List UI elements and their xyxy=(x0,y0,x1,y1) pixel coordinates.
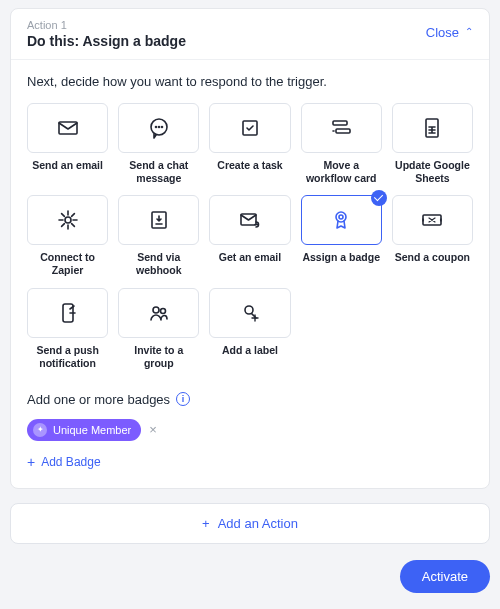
svg-point-16 xyxy=(153,307,159,313)
tile-get-email[interactable]: Get an email xyxy=(209,195,290,277)
add-label-icon xyxy=(209,288,290,338)
card-header: Action 1 Do this: Assign a badge Close ⌃ xyxy=(11,9,489,60)
add-badge-label: Add Badge xyxy=(41,455,100,469)
tile-label: Create a task xyxy=(209,159,290,183)
tile-label: Send a coupon xyxy=(392,251,473,275)
send-webhook-icon xyxy=(118,195,199,245)
tile-label: Send via webhook xyxy=(118,251,199,277)
card-body: Next, decide how you want to respond to … xyxy=(11,60,489,488)
send-chat-icon xyxy=(118,103,199,153)
plus-icon: + xyxy=(27,455,35,469)
svg-point-13 xyxy=(339,215,343,219)
action-title: Do this: Assign a badge xyxy=(27,33,186,49)
add-action-button[interactable]: + Add an Action xyxy=(10,503,490,544)
check-icon xyxy=(371,190,387,206)
action-number: Action 1 xyxy=(27,19,186,31)
close-label: Close xyxy=(426,25,459,40)
close-button[interactable]: Close ⌃ xyxy=(426,19,473,40)
send-email-icon xyxy=(27,103,108,153)
svg-rect-7 xyxy=(336,129,350,133)
tile-send-webhook[interactable]: Send via webhook xyxy=(118,195,199,277)
add-badge-button[interactable]: + Add Badge xyxy=(27,455,101,469)
tile-label: Assign a badge xyxy=(301,251,382,275)
tile-label: Connect to Zapier xyxy=(27,251,108,277)
remove-badge-button[interactable]: × xyxy=(149,423,157,436)
tile-update-sheets[interactable]: Update Google Sheets xyxy=(392,103,473,185)
svg-rect-0 xyxy=(59,122,77,134)
tile-label: Move a workflow card xyxy=(301,159,382,185)
svg-point-2 xyxy=(155,127,156,128)
svg-point-3 xyxy=(158,127,159,128)
tile-create-task[interactable]: Create a task xyxy=(209,103,290,185)
svg-point-17 xyxy=(160,308,165,313)
header-left: Action 1 Do this: Assign a badge xyxy=(27,19,186,49)
send-push-icon xyxy=(27,288,108,338)
svg-point-9 xyxy=(65,217,71,223)
tile-label: Update Google Sheets xyxy=(392,159,473,185)
svg-rect-6 xyxy=(333,121,347,125)
create-task-icon xyxy=(209,103,290,153)
plus-icon: + xyxy=(202,516,210,531)
tile-move-card[interactable]: Move a workflow card xyxy=(301,103,382,185)
tile-send-email[interactable]: Send an email xyxy=(27,103,108,185)
footer: Activate xyxy=(10,560,490,593)
tile-send-coupon[interactable]: Send a coupon xyxy=(392,195,473,277)
badge-pill[interactable]: ✦ Unique Member xyxy=(27,419,141,441)
assign-badge-icon xyxy=(301,195,382,245)
svg-point-4 xyxy=(161,127,162,128)
tile-invite-group[interactable]: Invite to a group xyxy=(118,288,199,370)
badge-row: ✦ Unique Member × xyxy=(27,419,473,441)
activate-button[interactable]: Activate xyxy=(400,560,490,593)
send-coupon-icon xyxy=(392,195,473,245)
chevron-up-icon: ⌃ xyxy=(465,26,473,37)
tile-connect-zapier[interactable]: Connect to Zapier xyxy=(27,195,108,277)
tile-label: Invite to a group xyxy=(118,344,199,370)
get-email-icon xyxy=(209,195,290,245)
badges-section-label: Add one or more badges i xyxy=(27,392,473,407)
action-card: Action 1 Do this: Assign a badge Close ⌃… xyxy=(10,8,490,489)
tile-label: Get an email xyxy=(209,251,290,275)
tile-label: Send a chat message xyxy=(118,159,199,185)
tile-add-label[interactable]: Add a label xyxy=(209,288,290,370)
connect-zapier-icon xyxy=(27,195,108,245)
prompt-text: Next, decide how you want to respond to … xyxy=(27,74,473,89)
tile-label: Add a label xyxy=(209,344,290,368)
star-icon: ✦ xyxy=(33,423,47,437)
tile-send-chat[interactable]: Send a chat message xyxy=(118,103,199,185)
tile-assign-badge[interactable]: Assign a badge xyxy=(301,195,382,277)
move-card-icon xyxy=(301,103,382,153)
badge-name: Unique Member xyxy=(53,424,131,436)
add-action-label: Add an Action xyxy=(218,516,298,531)
action-grid: Send an emailSend a chat messageCreate a… xyxy=(27,103,473,370)
tile-label: Send a push notification xyxy=(27,344,108,370)
tile-send-push[interactable]: Send a push notification xyxy=(27,288,108,370)
invite-group-icon xyxy=(118,288,199,338)
info-icon[interactable]: i xyxy=(176,392,190,406)
update-sheets-icon xyxy=(392,103,473,153)
badges-label-text: Add one or more badges xyxy=(27,392,170,407)
tile-label: Send an email xyxy=(27,159,108,183)
